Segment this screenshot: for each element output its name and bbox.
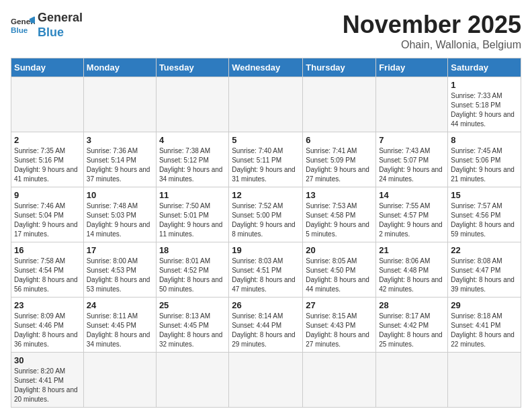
calendar-cell: 17Sunrise: 8:00 AM Sunset: 4:53 PM Dayli… <box>83 242 156 298</box>
calendar-cell: 21Sunrise: 8:06 AM Sunset: 4:48 PM Dayli… <box>376 242 448 298</box>
calendar-week-0: 1Sunrise: 7:33 AM Sunset: 5:18 PM Daylig… <box>11 77 521 132</box>
day-info: Sunrise: 7:53 AM Sunset: 4:58 PM Dayligh… <box>306 201 373 239</box>
calendar-cell: 26Sunrise: 8:14 AM Sunset: 4:44 PM Dayli… <box>229 298 303 353</box>
calendar-cell: 1Sunrise: 7:33 AM Sunset: 5:18 PM Daylig… <box>448 77 521 132</box>
calendar-cell: 24Sunrise: 8:11 AM Sunset: 4:45 PM Dayli… <box>83 298 156 353</box>
logo-icon: General Blue <box>11 13 35 38</box>
day-number: 5 <box>232 135 300 145</box>
day-info: Sunrise: 7:57 AM Sunset: 4:56 PM Dayligh… <box>451 201 518 239</box>
day-info: Sunrise: 7:36 AM Sunset: 5:14 PM Dayligh… <box>87 146 153 184</box>
page-header: General Blue General Blue November 2025 … <box>11 11 521 51</box>
day-number: 25 <box>159 300 226 310</box>
day-number: 23 <box>14 300 81 310</box>
calendar-cell: 15Sunrise: 7:57 AM Sunset: 4:56 PM Dayli… <box>448 187 521 242</box>
calendar-cell: 5Sunrise: 7:40 AM Sunset: 5:11 PM Daylig… <box>229 132 303 187</box>
location: Ohain, Wallonia, Belgium <box>343 39 521 51</box>
day-number: 17 <box>87 245 153 255</box>
calendar-cell: 12Sunrise: 7:52 AM Sunset: 5:00 PM Dayli… <box>229 187 303 242</box>
day-info: Sunrise: 8:06 AM Sunset: 4:48 PM Dayligh… <box>379 257 445 294</box>
day-number: 28 <box>379 300 445 310</box>
day-number: 29 <box>451 300 518 310</box>
day-info: Sunrise: 7:45 AM Sunset: 5:06 PM Dayligh… <box>451 146 518 184</box>
day-info: Sunrise: 7:41 AM Sunset: 5:09 PM Dayligh… <box>306 146 373 184</box>
title-block: November 2025 Ohain, Wallonia, Belgium <box>343 11 521 51</box>
day-number: 15 <box>451 190 518 200</box>
day-info: Sunrise: 8:18 AM Sunset: 4:41 PM Dayligh… <box>451 312 518 349</box>
day-info: Sunrise: 7:55 AM Sunset: 4:57 PM Dayligh… <box>379 201 445 239</box>
calendar-cell <box>83 77 156 132</box>
day-number: 16 <box>14 245 81 255</box>
day-info: Sunrise: 8:01 AM Sunset: 4:52 PM Dayligh… <box>159 257 226 294</box>
calendar-week-2: 9Sunrise: 7:46 AM Sunset: 5:04 PM Daylig… <box>11 187 521 242</box>
calendar-cell <box>303 77 376 132</box>
day-info: Sunrise: 7:38 AM Sunset: 5:12 PM Dayligh… <box>159 146 226 184</box>
day-info: Sunrise: 8:05 AM Sunset: 4:50 PM Dayligh… <box>306 257 373 294</box>
calendar-week-1: 2Sunrise: 7:35 AM Sunset: 5:16 PM Daylig… <box>11 132 521 187</box>
logo-general-text: General <box>38 11 83 26</box>
day-number: 10 <box>87 190 153 200</box>
day-number: 26 <box>232 300 300 310</box>
calendar-cell: 29Sunrise: 8:18 AM Sunset: 4:41 PM Dayli… <box>448 298 521 353</box>
calendar-cell: 4Sunrise: 7:38 AM Sunset: 5:12 PM Daylig… <box>156 132 228 187</box>
calendar-cell: 11Sunrise: 7:50 AM Sunset: 5:01 PM Dayli… <box>156 187 228 242</box>
day-number: 14 <box>379 190 445 200</box>
day-info: Sunrise: 8:13 AM Sunset: 4:45 PM Dayligh… <box>159 312 226 349</box>
calendar-body: 1Sunrise: 7:33 AM Sunset: 5:18 PM Daylig… <box>11 77 521 408</box>
day-info: Sunrise: 7:33 AM Sunset: 5:18 PM Dayligh… <box>451 91 518 129</box>
day-info: Sunrise: 7:40 AM Sunset: 5:11 PM Dayligh… <box>232 146 300 184</box>
day-info: Sunrise: 8:08 AM Sunset: 4:47 PM Dayligh… <box>451 257 518 294</box>
day-info: Sunrise: 7:46 AM Sunset: 5:04 PM Dayligh… <box>14 201 81 239</box>
calendar-cell: 10Sunrise: 7:48 AM Sunset: 5:03 PM Dayli… <box>83 187 156 242</box>
calendar-cell: 7Sunrise: 7:43 AM Sunset: 5:07 PM Daylig… <box>376 132 448 187</box>
calendar-cell <box>229 77 303 132</box>
day-info: Sunrise: 8:09 AM Sunset: 4:46 PM Dayligh… <box>14 312 81 349</box>
day-number: 18 <box>159 245 226 255</box>
weekday-saturday: Saturday <box>448 58 521 77</box>
day-info: Sunrise: 8:03 AM Sunset: 4:51 PM Dayligh… <box>232 257 300 294</box>
calendar-cell <box>376 353 448 408</box>
month-title: November 2025 <box>343 11 521 39</box>
day-number: 2 <box>14 135 81 145</box>
calendar-cell <box>156 77 228 132</box>
calendar-cell: 8Sunrise: 7:45 AM Sunset: 5:06 PM Daylig… <box>448 132 521 187</box>
day-info: Sunrise: 7:58 AM Sunset: 4:54 PM Dayligh… <box>14 257 81 294</box>
day-number: 8 <box>451 135 518 145</box>
calendar-cell: 2Sunrise: 7:35 AM Sunset: 5:16 PM Daylig… <box>11 132 84 187</box>
calendar-week-3: 16Sunrise: 7:58 AM Sunset: 4:54 PM Dayli… <box>11 242 521 298</box>
calendar-cell: 3Sunrise: 7:36 AM Sunset: 5:14 PM Daylig… <box>83 132 156 187</box>
day-info: Sunrise: 8:17 AM Sunset: 4:42 PM Dayligh… <box>379 312 445 349</box>
calendar-cell <box>83 353 156 408</box>
calendar-cell: 6Sunrise: 7:41 AM Sunset: 5:09 PM Daylig… <box>303 132 376 187</box>
day-number: 4 <box>159 135 226 145</box>
day-number: 11 <box>159 190 226 200</box>
weekday-tuesday: Tuesday <box>156 58 228 77</box>
calendar-cell <box>303 353 376 408</box>
day-number: 24 <box>87 300 153 310</box>
calendar-cell: 13Sunrise: 7:53 AM Sunset: 4:58 PM Dayli… <box>303 187 376 242</box>
calendar-cell: 27Sunrise: 8:15 AM Sunset: 4:43 PM Dayli… <box>303 298 376 353</box>
calendar-cell: 19Sunrise: 8:03 AM Sunset: 4:51 PM Dayli… <box>229 242 303 298</box>
day-info: Sunrise: 7:50 AM Sunset: 5:01 PM Dayligh… <box>159 201 226 239</box>
calendar-cell <box>229 353 303 408</box>
day-number: 12 <box>232 190 300 200</box>
calendar-cell <box>448 353 521 408</box>
day-number: 27 <box>306 300 373 310</box>
calendar-cell <box>376 77 448 132</box>
calendar-week-4: 23Sunrise: 8:09 AM Sunset: 4:46 PM Dayli… <box>11 298 521 353</box>
day-number: 1 <box>451 80 518 90</box>
day-info: Sunrise: 7:52 AM Sunset: 5:00 PM Dayligh… <box>232 201 300 239</box>
calendar-cell: 18Sunrise: 8:01 AM Sunset: 4:52 PM Dayli… <box>156 242 228 298</box>
day-info: Sunrise: 7:35 AM Sunset: 5:16 PM Dayligh… <box>14 146 81 184</box>
day-info: Sunrise: 7:48 AM Sunset: 5:03 PM Dayligh… <box>87 201 153 239</box>
day-info: Sunrise: 8:11 AM Sunset: 4:45 PM Dayligh… <box>87 312 153 349</box>
day-number: 13 <box>306 190 373 200</box>
calendar-cell: 25Sunrise: 8:13 AM Sunset: 4:45 PM Dayli… <box>156 298 228 353</box>
day-number: 6 <box>306 135 373 145</box>
calendar-week-5: 30Sunrise: 8:20 AM Sunset: 4:41 PM Dayli… <box>11 353 521 408</box>
calendar-cell: 9Sunrise: 7:46 AM Sunset: 5:04 PM Daylig… <box>11 187 84 242</box>
calendar-cell: 14Sunrise: 7:55 AM Sunset: 4:57 PM Dayli… <box>376 187 448 242</box>
weekday-wednesday: Wednesday <box>229 58 303 77</box>
calendar-cell: 16Sunrise: 7:58 AM Sunset: 4:54 PM Dayli… <box>11 242 84 298</box>
svg-text:Blue: Blue <box>11 25 28 34</box>
logo: General Blue General Blue <box>11 11 83 40</box>
